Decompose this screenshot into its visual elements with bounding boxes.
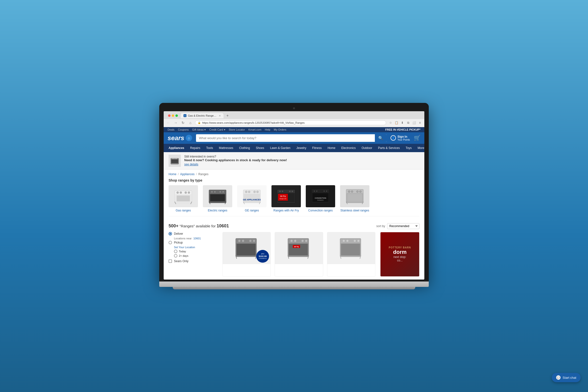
- deliver-radio[interactable]: [168, 232, 172, 236]
- new-tab-button[interactable]: +: [224, 112, 231, 119]
- today-option[interactable]: Today: [174, 250, 218, 253]
- sears-only-option[interactable]: Sears Only: [168, 260, 218, 263]
- credit-card-dropdown[interactable]: Credit Card ▾: [209, 128, 225, 131]
- air-fry-ranges-label[interactable]: Ranges with Air Fry: [274, 209, 299, 212]
- kmart-link[interactable]: Kmart.com: [248, 128, 262, 131]
- forward-button[interactable]: →: [173, 120, 178, 126]
- sign-in-text: Sign In Your Points: [398, 135, 410, 141]
- ge-ranges-label[interactable]: GE ranges: [245, 209, 259, 212]
- bookmark-icon[interactable]: ☆: [388, 120, 393, 125]
- close-window-btn[interactable]: [168, 114, 170, 117]
- svg-point-36: [279, 190, 281, 192]
- browser-chrome: S Gas & Electric Ranges & Stoves ✕ + ← →…: [164, 111, 424, 127]
- pottery-barn-ad[interactable]: POTTERY BARN dorm next stop: co...: [380, 232, 419, 276]
- url-text: https://www.sears.com/appliances-ranges/…: [202, 121, 304, 124]
- nav-shoes[interactable]: Shoes: [253, 144, 267, 152]
- gas-ranges-label[interactable]: Gas ranges: [176, 209, 191, 212]
- breadcrumb-home[interactable]: Home: [168, 172, 176, 176]
- deliver-zip-link[interactable]: 10601: [193, 237, 201, 240]
- nav-outdoor[interactable]: Outdoor: [359, 144, 375, 152]
- svg-text:air fry: air fry: [294, 246, 299, 248]
- help-link[interactable]: Help: [265, 128, 270, 131]
- nav-home[interactable]: Home: [324, 144, 338, 152]
- today-radio[interactable]: [174, 250, 178, 253]
- search-button[interactable]: 🔍: [375, 134, 386, 142]
- deals-link[interactable]: Deals: [168, 128, 174, 131]
- refresh-button[interactable]: ↻: [180, 120, 186, 126]
- sort-dropdown[interactable]: Recommended Price: Low to High Price: Hi…: [387, 223, 420, 229]
- type-convection-ranges[interactable]: CONVECTION RANGES Convection ranges: [306, 185, 335, 212]
- twoplus-radio[interactable]: [174, 254, 178, 258]
- deliver-location-label: Locations near 10601: [174, 237, 218, 240]
- set-location-link[interactable]: Set Your Location: [174, 246, 195, 249]
- stainless-ranges-image: [340, 185, 370, 207]
- electric-ranges-label[interactable]: Electric ranges: [208, 209, 227, 212]
- twoplus-option[interactable]: 2+ days: [174, 254, 218, 258]
- reading-list-icon[interactable]: 📋: [394, 120, 399, 125]
- cart-icon[interactable]: 🛒: [414, 135, 420, 141]
- sears-logo[interactable]: sears ⌂: [168, 134, 192, 142]
- type-air-fry-ranges[interactable]: Air Fry Ranges with Ranges with Air Fry: [272, 185, 301, 212]
- svg-point-27: [245, 191, 247, 193]
- product-card-1[interactable]: plus $102.99 CASHBACK: [222, 232, 271, 276]
- pickup-option[interactable]: Pickup: [168, 241, 218, 244]
- type-ge-ranges[interactable]: GE APPLIANCES GE ranges: [237, 185, 266, 212]
- nav-tools[interactable]: Tools: [203, 144, 216, 152]
- minimize-window-btn[interactable]: [172, 114, 174, 117]
- store-locator-link[interactable]: Store Locator: [229, 128, 245, 131]
- svg-point-2: [172, 158, 173, 159]
- pickup-radio[interactable]: [168, 241, 172, 244]
- back-button[interactable]: ←: [166, 120, 171, 126]
- svg-rect-83: [341, 244, 360, 255]
- svg-point-57: [356, 190, 358, 192]
- type-gas-ranges[interactable]: Gas ranges: [168, 185, 198, 212]
- nav-jewelry[interactable]: Jewelry: [294, 144, 310, 152]
- svg-rect-40: [278, 194, 288, 201]
- home-button[interactable]: ⌂: [188, 120, 193, 126]
- laptop-camera: [293, 107, 295, 109]
- nav-more[interactable]: More...: [414, 144, 424, 152]
- stainless-ranges-label[interactable]: Stainless steel ranges: [340, 209, 369, 212]
- product-card-2[interactable]: air fry: [275, 232, 323, 276]
- tabs-icon[interactable]: ⬜: [412, 120, 416, 125]
- nav-toys[interactable]: Toys: [403, 144, 415, 152]
- ad-text3: co...: [397, 259, 403, 262]
- fullscreen-window-btn[interactable]: [176, 114, 178, 117]
- nav-mattresses[interactable]: Mattresses: [216, 144, 236, 152]
- nav-repairs[interactable]: Repairs: [187, 144, 203, 152]
- nav-lawn-garden[interactable]: Lawn & Garden: [267, 144, 293, 152]
- my-orders-link[interactable]: My Orders: [274, 128, 286, 131]
- coupons-link[interactable]: Coupons: [178, 128, 189, 131]
- shop-by-type-title: Shop ranges by type: [168, 178, 420, 182]
- chat-bubble-icon: 💬: [556, 375, 560, 380]
- deliver-option[interactable]: Deliver: [168, 232, 218, 236]
- products-grid: plus $102.99 CASHBACK: [222, 232, 375, 276]
- browser-tab-active[interactable]: S Gas & Electric Ranges & Stoves ✕: [180, 113, 224, 118]
- promo-link[interactable]: see details: [184, 163, 198, 166]
- breadcrumb-appliances[interactable]: Appliances: [180, 172, 194, 176]
- sign-in-button[interactable]: 👤 Sign In Your Points: [390, 135, 410, 141]
- breadcrumb-sep2: /: [196, 172, 197, 176]
- type-electric-ranges[interactable]: Electric ranges: [203, 185, 232, 212]
- product-image-3: [327, 232, 375, 264]
- nav-electronics[interactable]: Electronics: [338, 144, 359, 152]
- start-chat-button[interactable]: 💬 Start chat: [552, 373, 581, 382]
- nav-clothing[interactable]: Clothing: [236, 144, 253, 152]
- sidebar-filters: Deliver Locations near 10601 Pickup: [168, 232, 218, 276]
- download-icon[interactable]: ⬇: [400, 120, 405, 125]
- extensions-icon[interactable]: ⧉: [406, 120, 410, 125]
- address-bar[interactable]: 🔒 https://www.sears.com/appliances-range…: [195, 120, 386, 125]
- tab-close-btn[interactable]: ✕: [219, 114, 221, 117]
- menu-icon[interactable]: ≡: [418, 120, 422, 125]
- type-stainless-ranges[interactable]: Stainless steel ranges: [340, 185, 370, 212]
- convection-ranges-image: CONVECTION RANGES: [306, 185, 335, 207]
- nav-fitness[interactable]: Fitness: [309, 144, 324, 152]
- sears-only-checkbox[interactable]: [168, 260, 172, 263]
- nav-appliances[interactable]: Appliances: [166, 144, 187, 152]
- gift-ideas-dropdown[interactable]: Gift Ideas ▾: [192, 128, 206, 131]
- convection-ranges-label[interactable]: Convection ranges: [308, 209, 333, 212]
- user-icon: 👤: [390, 135, 396, 141]
- nav-parts-services[interactable]: Parts & Services: [375, 144, 403, 152]
- search-input[interactable]: [196, 134, 375, 142]
- product-card-3[interactable]: [327, 232, 375, 276]
